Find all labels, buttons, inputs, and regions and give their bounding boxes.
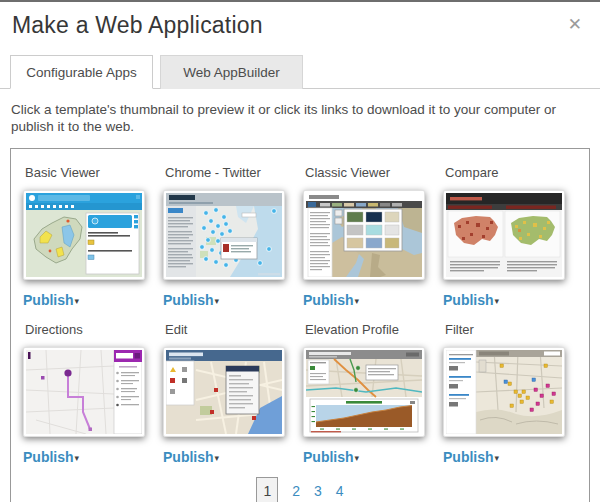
basic-viewer-preview-image bbox=[26, 193, 142, 277]
caret-down-icon[interactable]: ▾ bbox=[215, 296, 220, 306]
template-card-elevation-profile: Elevation Profile bbox=[303, 318, 443, 475]
template-card-classic-viewer: Classic Viewer bbox=[303, 161, 443, 318]
template-name: Edit bbox=[163, 318, 303, 347]
publish-row: Publish▾ bbox=[443, 449, 583, 465]
template-name: Directions bbox=[23, 318, 163, 347]
caret-down-icon[interactable]: ▾ bbox=[75, 453, 80, 463]
publish-link-elevation-profile[interactable]: Publish bbox=[303, 449, 354, 465]
template-thumbnail-elevation-profile[interactable] bbox=[303, 347, 425, 437]
publish-link-basic-viewer[interactable]: Publish bbox=[23, 292, 74, 308]
publish-row: Publish▾ bbox=[163, 292, 303, 308]
dialog-title: Make a Web Application bbox=[12, 12, 263, 39]
caret-down-icon[interactable]: ▾ bbox=[355, 296, 360, 306]
tab-web-appbuilder[interactable]: Web AppBuilder bbox=[160, 55, 303, 89]
publish-link-edit[interactable]: Publish bbox=[163, 449, 214, 465]
caret-down-icon[interactable]: ▾ bbox=[355, 453, 360, 463]
publish-link-chrome-twitter[interactable]: Publish bbox=[163, 292, 214, 308]
compare-preview-image bbox=[446, 193, 562, 277]
close-icon[interactable]: ✕ bbox=[562, 12, 588, 37]
page-button-4[interactable]: 4 bbox=[336, 483, 344, 499]
publish-row: Publish▾ bbox=[303, 292, 443, 308]
caret-down-icon[interactable]: ▾ bbox=[75, 296, 80, 306]
template-name: Classic Viewer bbox=[303, 161, 443, 190]
directions-preview-image bbox=[26, 350, 142, 434]
template-name: Filter bbox=[443, 318, 583, 347]
instruction-text: Click a template's thumbnail to preview … bbox=[11, 101, 588, 135]
publish-link-compare[interactable]: Publish bbox=[443, 292, 494, 308]
caret-down-icon[interactable]: ▾ bbox=[495, 453, 500, 463]
tab-configurable-apps[interactable]: Configurable Apps bbox=[10, 55, 153, 89]
tab-bar: Configurable Apps Web AppBuilder bbox=[0, 54, 600, 89]
page-button-2[interactable]: 2 bbox=[292, 483, 300, 499]
publish-row: Publish▾ bbox=[163, 449, 303, 465]
publish-row: Publish▾ bbox=[443, 292, 583, 308]
filter-preview-image bbox=[446, 350, 562, 434]
template-thumbnail-compare[interactable] bbox=[443, 190, 565, 280]
templates-panel: Basic Viewer bbox=[10, 148, 590, 502]
template-name: Elevation Profile bbox=[303, 318, 443, 347]
template-thumbnail-basic-viewer[interactable] bbox=[23, 190, 145, 280]
caret-down-icon[interactable]: ▾ bbox=[215, 453, 220, 463]
chrome-twitter-preview-image bbox=[166, 193, 282, 277]
page-button-3[interactable]: 3 bbox=[314, 483, 322, 499]
template-thumbnail-edit[interactable] bbox=[163, 347, 285, 437]
caret-down-icon[interactable]: ▾ bbox=[495, 296, 500, 306]
template-card-basic-viewer: Basic Viewer bbox=[23, 161, 163, 318]
edit-preview-image bbox=[166, 350, 282, 434]
publish-link-directions[interactable]: Publish bbox=[23, 449, 74, 465]
publish-link-classic-viewer[interactable]: Publish bbox=[303, 292, 354, 308]
template-name: Basic Viewer bbox=[23, 161, 163, 190]
templates-grid: Basic Viewer bbox=[11, 149, 589, 475]
elevation-profile-preview-image bbox=[306, 350, 422, 434]
page-button-1[interactable]: 1 bbox=[256, 477, 278, 502]
template-card-directions: Directions bbox=[23, 318, 163, 475]
template-card-compare: Compare bbox=[443, 161, 583, 318]
dialog-header: Make a Web Application ✕ bbox=[0, 2, 600, 39]
template-card-edit: Edit bbox=[163, 318, 303, 475]
publish-row: Publish▾ bbox=[23, 292, 163, 308]
template-name: Chrome - Twitter bbox=[163, 161, 303, 190]
template-thumbnail-filter[interactable] bbox=[443, 347, 565, 437]
classic-viewer-preview-image bbox=[306, 193, 422, 277]
template-thumbnail-chrome-twitter[interactable] bbox=[163, 190, 285, 280]
publish-row: Publish▾ bbox=[23, 449, 163, 465]
pagination: 1 2 3 4 bbox=[11, 475, 589, 502]
make-web-application-dialog: Make a Web Application ✕ Configurable Ap… bbox=[0, 0, 600, 502]
publish-row: Publish▾ bbox=[303, 449, 443, 465]
template-name: Compare bbox=[443, 161, 583, 190]
template-card-filter: Filter bbox=[443, 318, 583, 475]
publish-link-filter[interactable]: Publish bbox=[443, 449, 494, 465]
template-thumbnail-directions[interactable] bbox=[23, 347, 145, 437]
template-thumbnail-classic-viewer[interactable] bbox=[303, 190, 425, 280]
template-card-chrome-twitter: Chrome - Twitter bbox=[163, 161, 303, 318]
